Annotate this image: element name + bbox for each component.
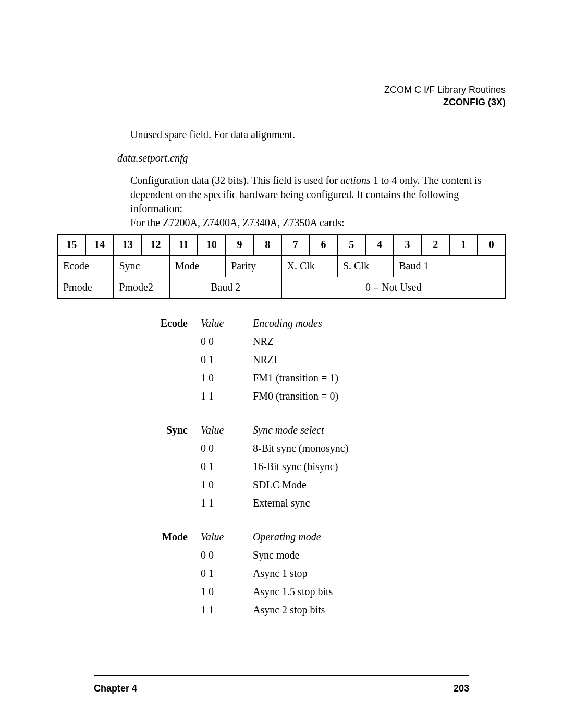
table-row: 0 116-Bit sync (bisync)	[120, 458, 451, 476]
definition-table: Ecode Value Encoding modes 0 0NRZ 0 1NRZ…	[120, 314, 451, 405]
table-row: 1 1Async 2 stop bits	[120, 601, 451, 619]
config-desc-part1: Configuration data (32 bits). This field…	[130, 175, 340, 186]
field-cell: X. Clk	[282, 255, 337, 277]
table-row: Sync Value Sync mode select	[120, 421, 451, 439]
def-value: 1 0	[201, 369, 253, 387]
bit-cell: 6	[310, 234, 338, 255]
def-value-heading: Value	[201, 314, 253, 332]
def-value: 0 1	[201, 564, 253, 583]
table-row: Pmode Pmode2 Baud 2 0 = Not Used	[58, 277, 506, 298]
def-desc: SDLC Mode	[253, 476, 451, 494]
bit-cell: 0	[478, 234, 506, 255]
table-row: 0 0Sync mode	[120, 546, 451, 564]
field-cell: S. Clk	[337, 255, 393, 277]
field-cell: Parity	[226, 255, 282, 277]
bit-layout-table: 15 14 13 12 11 10 9 8 7 6 5 4 3 2 1 0 Ec…	[57, 234, 506, 299]
spare-field-text: Unused spare field. For data alignment.	[130, 129, 506, 141]
table-row: 1 1External sync	[120, 494, 451, 512]
def-label: Mode	[120, 528, 201, 546]
def-value: 1 0	[201, 583, 253, 601]
table-row: Mode Value Operating mode	[120, 528, 451, 546]
config-description: Configuration data (32 bits). This field…	[130, 174, 506, 230]
footer-chapter: Chapter 4	[94, 683, 137, 694]
table-row: 0 1Async 1 stop	[120, 564, 451, 583]
bit-cell: 8	[253, 234, 282, 255]
bit-table-container: 15 14 13 12 11 10 9 8 7 6 5 4 3 2 1 0 Ec…	[57, 234, 506, 299]
config-desc-cards: For the Z7200A, Z7400A, Z7340A, Z7350A c…	[130, 217, 345, 228]
def-desc: NRZ	[253, 332, 451, 351]
field-cell: Mode	[169, 255, 225, 277]
footer-page-number: 203	[454, 683, 469, 694]
def-value: 0 0	[201, 332, 253, 351]
bit-cell: 5	[337, 234, 365, 255]
table-row: 1 1FM0 (transition = 0)	[120, 387, 451, 405]
bit-cell: 13	[114, 234, 142, 255]
table-row: 1 0SDLC Mode	[120, 476, 451, 494]
def-value-heading: Value	[201, 528, 253, 546]
bit-cell: 3	[394, 234, 422, 255]
def-desc: FM1 (transition = 1)	[253, 369, 451, 387]
def-value: 0 0	[201, 546, 253, 564]
def-desc-heading: Sync mode select	[253, 421, 451, 439]
sync-definition: Sync Value Sync mode select 0 08-Bit syn…	[120, 421, 506, 512]
definition-table: Sync Value Sync mode select 0 08-Bit syn…	[120, 421, 451, 512]
def-desc: Async 1 stop	[253, 564, 451, 583]
mode-definition: Mode Value Operating mode 0 0Sync mode 0…	[120, 528, 506, 619]
field-cell: Baud 1	[394, 255, 506, 277]
setport-label: data.setport.cnfg	[117, 152, 506, 164]
field-cell: Baud 2	[169, 277, 282, 298]
def-label: Sync	[120, 421, 201, 439]
def-value: 0 1	[201, 458, 253, 476]
table-row: 1 0Async 1.5 stop bits	[120, 583, 451, 601]
field-cell: Pmode	[58, 277, 114, 298]
def-value: 0 1	[201, 351, 253, 369]
bit-cell: 15	[58, 234, 86, 255]
page: ZCOM C I/F Library Routines ZCONFIG (3X)…	[0, 0, 563, 728]
def-desc: FM0 (transition = 0)	[253, 387, 451, 405]
table-row: Ecode Sync Mode Parity X. Clk S. Clk Bau…	[58, 255, 506, 277]
bit-cell: 11	[169, 234, 198, 255]
def-value-heading: Value	[201, 421, 253, 439]
footer-rule	[94, 675, 469, 676]
field-cell: Ecode	[58, 255, 114, 277]
ecode-definition: Ecode Value Encoding modes 0 0NRZ 0 1NRZ…	[120, 314, 506, 405]
config-desc-actions: actions	[340, 175, 371, 186]
def-desc: Async 2 stop bits	[253, 601, 451, 619]
bit-cell: 1	[449, 234, 478, 255]
def-desc-heading: Encoding modes	[253, 314, 451, 332]
def-desc: Async 1.5 stop bits	[253, 583, 451, 601]
table-row: 0 08-Bit sync (monosync)	[120, 439, 451, 458]
table-row: 1 0FM1 (transition = 1)	[120, 369, 451, 387]
def-desc-heading: Operating mode	[253, 528, 451, 546]
page-footer: Chapter 4 203	[94, 683, 469, 694]
definition-table: Mode Value Operating mode 0 0Sync mode 0…	[120, 528, 451, 619]
table-row: Ecode Value Encoding modes	[120, 314, 451, 332]
def-desc: 8-Bit sync (monosync)	[253, 439, 451, 458]
bit-cell: 2	[421, 234, 449, 255]
bit-cell: 12	[142, 234, 170, 255]
field-cell: 0 = Not Used	[282, 277, 506, 298]
def-value: 1 0	[201, 476, 253, 494]
bit-cell: 4	[365, 234, 394, 255]
def-value: 1 1	[201, 494, 253, 512]
header-line-1: ZCOM C I/F Library Routines	[57, 83, 506, 96]
bit-cell: 14	[85, 234, 114, 255]
def-value: 1 1	[201, 601, 253, 619]
def-desc: NRZI	[253, 351, 451, 369]
def-desc: Sync mode	[253, 546, 451, 564]
bit-cell: 10	[198, 234, 226, 255]
running-header: ZCOM C I/F Library Routines ZCONFIG (3X)	[57, 83, 506, 109]
def-desc: 16-Bit sync (bisync)	[253, 458, 451, 476]
bit-cell: 7	[282, 234, 310, 255]
def-desc: External sync	[253, 494, 451, 512]
table-row: 15 14 13 12 11 10 9 8 7 6 5 4 3 2 1 0	[58, 234, 506, 255]
def-label: Ecode	[120, 314, 201, 332]
bit-cell: 9	[226, 234, 254, 255]
def-value: 0 0	[201, 439, 253, 458]
table-row: 0 1NRZI	[120, 351, 451, 369]
header-line-2: ZCONFIG (3X)	[57, 96, 506, 108]
field-cell: Pmode2	[114, 277, 169, 298]
def-value: 1 1	[201, 387, 253, 405]
field-cell: Sync	[114, 255, 169, 277]
table-row: 0 0NRZ	[120, 332, 451, 351]
